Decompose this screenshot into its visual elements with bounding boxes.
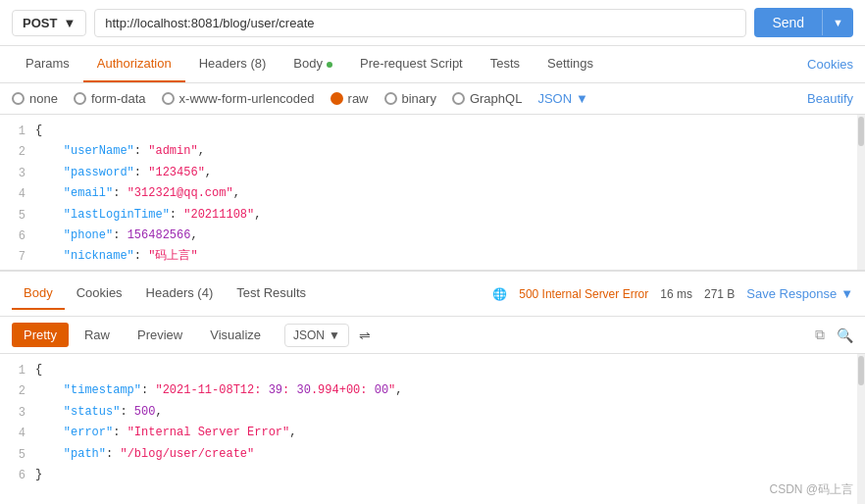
json-type-arrow: ▼: [576, 91, 588, 106]
option-raw-label: raw: [348, 91, 369, 106]
resp-tab-headers[interactable]: Headers (4): [134, 277, 226, 310]
code-line: 7 "nickname": "码上言": [0, 246, 865, 267]
url-input[interactable]: [94, 9, 746, 37]
save-response-button[interactable]: Save Response ▼: [746, 286, 853, 301]
code-line: 8}: [0, 268, 865, 272]
option-form-data-label: form-data: [91, 91, 146, 106]
request-code-lines: 1{2 "userName": "admin",3 "password": "1…: [0, 115, 865, 272]
request-tab-nav: Params Authorization Headers (8) Body Pr…: [0, 46, 865, 83]
code-line: 1{: [0, 360, 865, 380]
search-icon[interactable]: 🔍: [837, 328, 853, 343]
response-status-info: 🌐 500 Internal Server Error 16 ms 271 B …: [492, 286, 853, 301]
fmt-tab-raw[interactable]: Raw: [73, 323, 122, 347]
tab-settings[interactable]: Settings: [534, 46, 607, 82]
filter-icon[interactable]: ⇌: [359, 328, 371, 343]
body-options-bar: none form-data x-www-form-urlencoded raw…: [0, 83, 865, 115]
tab-body[interactable]: Body: [280, 46, 346, 82]
format-bar: Pretty Raw Preview Visualize JSON ▼ ⇌ ⧉ …: [0, 317, 865, 354]
code-line: 1{: [0, 121, 865, 141]
tab-params[interactable]: Params: [12, 46, 83, 82]
save-response-arrow: ▼: [840, 286, 853, 301]
radio-raw: [331, 92, 343, 105]
code-line: 2 "timestamp": "2021-11-08T12: 39: 30.99…: [0, 380, 865, 401]
code-line: 3 "password": "123456",: [0, 163, 865, 183]
response-timing: 16 ms: [660, 287, 692, 301]
app-container: POST ▼ Send ▼ Params Authorization Heade…: [0, 0, 865, 504]
option-binary[interactable]: binary: [384, 91, 436, 106]
fmt-tab-preview[interactable]: Preview: [126, 323, 194, 347]
beautify-button[interactable]: Beautify: [807, 91, 853, 106]
tab-tests[interactable]: Tests: [477, 46, 534, 82]
fmt-tab-pretty[interactable]: Pretty: [12, 323, 69, 347]
send-button[interactable]: Send ▼: [754, 8, 853, 37]
response-size: 271 B: [704, 287, 735, 301]
json-type-select[interactable]: JSON ▼: [537, 91, 588, 106]
response-code-lines: 1{2 "timestamp": "2021-11-08T12: 39: 30.…: [0, 354, 865, 491]
body-dot: [327, 62, 332, 68]
option-graphql-label: GraphQL: [470, 91, 522, 106]
cookies-link[interactable]: Cookies: [807, 57, 853, 72]
request-scrollbar-thumb: [858, 117, 864, 146]
option-binary-label: binary: [402, 91, 436, 106]
code-line: 5 "path": "/blog/user/create": [0, 444, 865, 465]
save-response-label: Save Response: [746, 286, 837, 301]
radio-form-data: [74, 92, 86, 105]
radio-binary: [384, 92, 397, 105]
response-header: Body Cookies Headers (4) Test Results 🌐 …: [0, 272, 865, 317]
option-graphql[interactable]: GraphQL: [452, 91, 522, 106]
method-select[interactable]: POST ▼: [12, 10, 86, 36]
option-raw[interactable]: raw: [331, 91, 369, 106]
request-scrollbar[interactable]: [857, 115, 865, 270]
tab-pre-request-script[interactable]: Pre-request Script: [346, 46, 477, 82]
send-label: Send: [754, 8, 822, 37]
json-type-label: JSON: [537, 91, 572, 106]
request-code-editor: 1{2 "userName": "admin",3 "password": "1…: [0, 115, 865, 272]
copy-icon[interactable]: ⧉: [815, 327, 825, 343]
response-scrollbar[interactable]: [857, 354, 865, 504]
radio-graphql: [452, 92, 465, 105]
option-none[interactable]: none: [12, 91, 58, 106]
radio-none: [12, 92, 25, 105]
globe-icon: 🌐: [492, 287, 507, 301]
response-json-label: JSON: [293, 328, 325, 342]
code-line: 3 "status": 500,: [0, 402, 865, 423]
watermark: CSDN @码上言: [769, 481, 853, 498]
code-line: 4 "error": "Internal Server Error",: [0, 423, 865, 443]
resp-tab-body[interactable]: Body: [12, 277, 65, 310]
resp-tab-cookies[interactable]: Cookies: [65, 277, 134, 310]
code-line: 5 "lastLoginTime": "20211108",: [0, 205, 865, 226]
tab-authorization[interactable]: Authorization: [83, 46, 185, 82]
method-arrow: ▼: [63, 16, 76, 30]
code-line: 4 "email": "312321@qq.com",: [0, 183, 865, 204]
response-scrollbar-thumb: [858, 356, 864, 385]
option-form-data[interactable]: form-data: [74, 91, 146, 106]
radio-urlencoded: [162, 92, 175, 105]
resp-tab-test-results[interactable]: Test Results: [225, 277, 318, 310]
code-line: 6}: [0, 465, 865, 485]
option-urlencoded-label: x-www-form-urlencoded: [179, 91, 315, 106]
method-label: POST: [23, 16, 57, 30]
send-arrow: ▼: [822, 10, 853, 35]
code-line: 6 "phone": 156482566,: [0, 226, 865, 246]
option-urlencoded[interactable]: x-www-form-urlencoded: [162, 91, 315, 106]
url-bar: POST ▼ Send ▼: [0, 0, 865, 46]
code-line: 2 "userName": "admin",: [0, 141, 865, 162]
option-none-label: none: [29, 91, 58, 106]
tab-body-label: Body: [293, 56, 323, 71]
tab-headers[interactable]: Headers (8): [185, 46, 280, 82]
response-json-arrow: ▼: [329, 328, 340, 342]
status-text: 500 Internal Server Error: [519, 287, 648, 301]
fmt-tab-visualize[interactable]: Visualize: [198, 323, 273, 347]
response-json-select[interactable]: JSON ▼: [284, 324, 349, 347]
tab-authorization-label: Authorization: [97, 56, 172, 71]
response-code-area: 1{2 "timestamp": "2021-11-08T12: 39: 30.…: [0, 354, 865, 504]
